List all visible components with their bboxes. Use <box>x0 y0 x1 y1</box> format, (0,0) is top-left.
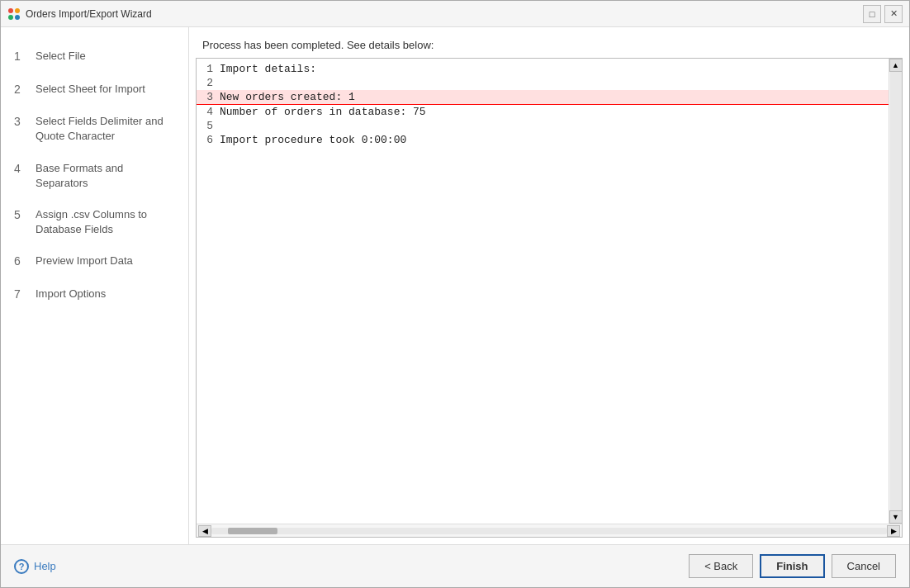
help-button[interactable]: Help <box>34 560 56 572</box>
line-number: 2 <box>197 77 220 89</box>
line-number: 4 <box>197 106 220 118</box>
log-line: 2 <box>197 76 889 90</box>
title-bar-left: Orders Import/Export Wizard <box>7 7 152 21</box>
sidebar-item-7[interactable]: 7 Import Options <box>1 278 188 311</box>
line-text: Import procedure took 0:00:00 <box>220 134 406 146</box>
sidebar: 1 Select File 2 Select Sheet for Import … <box>1 27 189 544</box>
horizontal-scrollbar[interactable]: ◀ ▶ <box>197 524 902 537</box>
log-container: 1 Import details: 2 3 New orders created… <box>196 58 903 538</box>
line-number: 5 <box>197 120 220 132</box>
footer-buttons: < Back Finish Cancel <box>689 554 896 578</box>
sidebar-item-5[interactable]: 5 Assign .csv Columns to Database Fields <box>1 199 188 245</box>
window-title: Orders Import/Export Wizard <box>26 8 152 20</box>
finish-button[interactable]: Finish <box>760 554 824 578</box>
step-number-6: 6 <box>14 254 27 270</box>
log-content[interactable]: 1 Import details: 2 3 New orders created… <box>197 59 889 524</box>
sidebar-item-6[interactable]: 6 Preview Import Data <box>1 245 188 278</box>
app-icon <box>7 7 21 21</box>
sidebar-item-3[interactable]: 3 Select Fields Delimiter and Quote Char… <box>1 106 188 152</box>
step-number-3: 3 <box>14 114 27 130</box>
line-number: 1 <box>197 63 220 75</box>
scroll-track-horizontal[interactable] <box>211 528 887 534</box>
process-message: Process has been completed. See details … <box>202 39 434 51</box>
log-line: 3 New orders created: 1 <box>197 90 889 105</box>
log-line: 4 Number of orders in database: 75 <box>197 105 889 119</box>
minimize-button[interactable]: □ <box>863 5 881 23</box>
log-line: 5 <box>197 119 889 133</box>
scroll-up-arrow[interactable]: ▲ <box>889 59 903 72</box>
svg-point-0 <box>8 8 13 13</box>
scroll-right-arrow[interactable]: ▶ <box>887 525 900 537</box>
log-line: 6 Import procedure took 0:00:00 <box>197 133 889 147</box>
title-bar-controls: □ ✕ <box>863 5 903 23</box>
footer: ? Help < Back Finish Cancel <box>1 544 909 587</box>
svg-point-1 <box>15 8 20 13</box>
main-window: Orders Import/Export Wizard □ ✕ 1 Select… <box>0 0 910 588</box>
step-number-5: 5 <box>14 207 27 224</box>
step-number-7: 7 <box>14 287 27 303</box>
line-number: 6 <box>197 134 220 146</box>
log-line: 1 Import details: <box>197 62 889 76</box>
step-number-4: 4 <box>14 161 27 178</box>
sidebar-item-2[interactable]: 2 Select Sheet for Import <box>1 74 188 107</box>
step-label-1: Select File <box>36 49 86 64</box>
step-number-2: 2 <box>14 82 27 98</box>
step-number-1: 1 <box>14 49 27 65</box>
back-button[interactable]: < Back <box>689 554 753 578</box>
svg-point-3 <box>15 15 20 20</box>
scroll-down-arrow[interactable]: ▼ <box>889 510 903 524</box>
svg-point-2 <box>8 15 13 20</box>
content-area: 1 Select File 2 Select Sheet for Import … <box>1 27 909 544</box>
step-label-7: Import Options <box>36 287 106 301</box>
line-text: Number of orders in database: 75 <box>220 106 426 118</box>
title-bar: Orders Import/Export Wizard □ ✕ <box>1 1 909 27</box>
line-number: 3 <box>197 91 220 103</box>
step-label-3: Select Fields Delimiter and Quote Charac… <box>36 114 175 144</box>
step-label-5: Assign .csv Columns to Database Fields <box>36 207 175 237</box>
main-content: Process has been completed. See details … <box>189 27 909 544</box>
scroll-thumb-horizontal[interactable] <box>228 528 277 534</box>
help-icon: ? <box>14 559 29 574</box>
line-text: Import details: <box>220 63 316 75</box>
step-label-4: Base Formats and Separators <box>36 161 175 191</box>
sidebar-item-4[interactable]: 4 Base Formats and Separators <box>1 153 188 199</box>
footer-left: ? Help <box>14 559 689 574</box>
vertical-scrollbar[interactable]: ▲ ▼ <box>889 59 902 524</box>
sidebar-item-1[interactable]: 1 Select File <box>1 40 188 74</box>
line-text: New orders created: 1 <box>220 91 355 103</box>
process-header: Process has been completed. See details … <box>189 27 909 58</box>
close-button[interactable]: ✕ <box>884 5 903 23</box>
scroll-left-arrow[interactable]: ◀ <box>198 525 211 537</box>
step-label-6: Preview Import Data <box>36 254 133 268</box>
step-label-2: Select Sheet for Import <box>36 82 145 97</box>
scroll-track-vertical[interactable] <box>890 72 902 510</box>
cancel-button[interactable]: Cancel <box>832 554 896 578</box>
